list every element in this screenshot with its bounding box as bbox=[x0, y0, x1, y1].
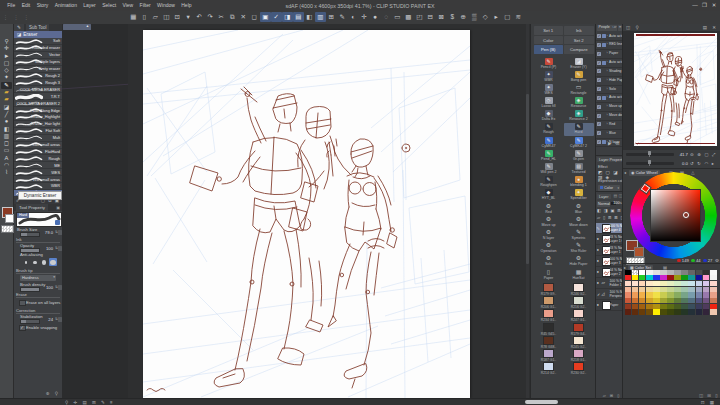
subtool-item[interactable]: COOL MEGA ERASER 2 bbox=[14, 100, 62, 107]
qa-item[interactable]: ⚙N layer bbox=[534, 228, 564, 241]
color-swatch[interactable] bbox=[681, 304, 688, 309]
background-color-swatch[interactable] bbox=[5, 214, 14, 223]
color-swatch[interactable] bbox=[646, 304, 653, 309]
navigator-thumbnail[interactable] bbox=[634, 33, 717, 146]
color-swatch[interactable] bbox=[710, 298, 717, 303]
auto-action-row[interactable]: ✓›Auto action 2 bbox=[596, 59, 623, 68]
navigator-menu-icons[interactable]: ▤ ✕ bbox=[703, 25, 718, 30]
command-icon-15[interactable]: ▤ bbox=[293, 12, 304, 22]
tab-color-wheel[interactable]: ◉ Color Wheel bbox=[629, 170, 660, 176]
layer-palette-tab-icons[interactable]: ▤ ◫ bbox=[614, 193, 623, 198]
command-icon-8[interactable]: ✂ bbox=[216, 12, 227, 22]
qa-item[interactable]: ✎Bong pen bbox=[564, 70, 594, 83]
color-swatch[interactable] bbox=[688, 281, 695, 286]
color-swatch[interactable] bbox=[639, 287, 646, 292]
color-swatch[interactable] bbox=[710, 281, 717, 286]
color-swatch[interactable] bbox=[625, 281, 632, 286]
qa-color-swatch[interactable]: R218 G1.. bbox=[564, 348, 594, 361]
color-swatch[interactable] bbox=[703, 275, 710, 280]
checkbox-checked-icon[interactable]: ✓ bbox=[597, 114, 601, 118]
layer-toolbar-row1[interactable]: ◧ ◨ ▣ ⊞ ✂ ◫ ◰ bbox=[597, 208, 622, 214]
layer-toolbar-row2[interactable]: ▱ ▯ ⊞ ⊠ ◫ ◻ ▢ bbox=[597, 215, 622, 221]
color-set-footer-icons[interactable]: ◫ ⊞ ▯ bbox=[699, 393, 719, 398]
color-swatch[interactable] bbox=[646, 309, 653, 314]
color-swatch[interactable] bbox=[710, 270, 717, 275]
command-icon-35[interactable]: ≋ bbox=[513, 12, 524, 22]
command-icon-14[interactable]: ◨ bbox=[282, 12, 293, 22]
status-right-icons[interactable]: ⊡ ▦ bbox=[701, 400, 716, 405]
color-swatch[interactable] bbox=[660, 298, 667, 303]
qa-color-swatch[interactable]: R246 G2.. bbox=[564, 282, 594, 295]
menu-edit[interactable]: Edit bbox=[18, 0, 33, 11]
color-swatch[interactable] bbox=[632, 281, 639, 286]
setting-value[interactable]: 24 bbox=[48, 317, 53, 322]
color-swatch[interactable] bbox=[625, 287, 632, 292]
color-swatch[interactable] bbox=[688, 309, 695, 314]
qa-item[interactable]: ◪Eraser (Y) bbox=[564, 57, 594, 70]
qa-item[interactable]: ◆Dulta Ex bbox=[534, 110, 564, 123]
color-swatch[interactable] bbox=[674, 309, 681, 314]
expression-color-dropdown[interactable]: Color bbox=[598, 185, 620, 191]
color-swatch[interactable] bbox=[646, 281, 653, 286]
expand-icon[interactable]: › bbox=[607, 131, 608, 135]
tool-operation-icon[interactable]: ► bbox=[1, 53, 12, 60]
status-left-icons[interactable]: ⚲ ✛ ▤ ⊞ ✎ ≡ bbox=[65, 400, 115, 405]
subtool-item[interactable]: Mult bbox=[14, 135, 62, 142]
maximize-button[interactable]: ❐ bbox=[700, 0, 708, 11]
color-swatch[interactable] bbox=[639, 304, 646, 309]
rotate-buttons[interactable]: ↺ ↻ ◠ ▸ bbox=[690, 161, 715, 166]
qa-color-swatch[interactable]: R234 G1.. bbox=[534, 308, 564, 321]
command-icon-3[interactable]: ◫ bbox=[161, 12, 172, 22]
command-icon-31[interactable]: ▒ bbox=[469, 12, 480, 22]
qa-color-swatch[interactable]: R245 G2.. bbox=[564, 335, 594, 348]
subtool-item[interactable]: Emty eraser bbox=[14, 66, 62, 73]
color-swatch[interactable] bbox=[632, 275, 639, 280]
color-swatch[interactable] bbox=[710, 304, 717, 309]
command-icon-21[interactable]: ✛ bbox=[359, 12, 370, 22]
layer-row[interactable]: ●33 % NormalLayer 1 Copy bbox=[596, 234, 623, 245]
command-icon-25[interactable]: ▩ bbox=[403, 12, 414, 22]
qa-item[interactable]: ✎CyMK47 bbox=[534, 136, 564, 149]
qa-item[interactable]: ✎CyMK47 2 bbox=[564, 136, 594, 149]
menu-window[interactable]: Window bbox=[154, 0, 178, 11]
color-swatch[interactable] bbox=[688, 275, 695, 280]
command-icon-16[interactable]: ◧ bbox=[304, 12, 315, 22]
color-swatch[interactable] bbox=[653, 287, 660, 292]
color-swatch[interactable] bbox=[632, 270, 639, 275]
auto-action-set-dropdown[interactable]: People bbox=[597, 25, 615, 31]
subtool-item[interactable]: Rough 3 bbox=[14, 79, 62, 86]
subtool-item[interactable]: WB small areas bbox=[14, 176, 62, 183]
color-swatch[interactable] bbox=[703, 309, 710, 314]
setting-button[interactable] bbox=[58, 285, 62, 290]
tool-correct-icon[interactable]: ⌇ bbox=[1, 169, 12, 176]
color-swatch[interactable] bbox=[696, 281, 703, 286]
qa-item[interactable]: ✎Roughpen bbox=[534, 176, 564, 189]
subtool-item[interactable]: Flat Soft bbox=[14, 128, 62, 135]
qa-item[interactable]: ✦WBR bbox=[534, 70, 564, 83]
checkbox-checked-icon[interactable]: ✓ bbox=[597, 105, 601, 109]
tool-gradient-icon[interactable]: ▥ bbox=[1, 133, 12, 140]
lock-icon[interactable]: ▣ bbox=[56, 205, 60, 210]
color-swatch[interactable] bbox=[674, 287, 681, 292]
tab-subtool[interactable]: Sub Tool bbox=[26, 24, 49, 31]
checkbox-checked-icon[interactable]: ✓ bbox=[597, 78, 601, 82]
command-icon-18[interactable]: ⊞ bbox=[326, 12, 337, 22]
qa-color-swatch[interactable]: R247 G1.. bbox=[564, 308, 594, 321]
color-swatch[interactable] bbox=[632, 287, 639, 292]
qa-item[interactable]: ✎Gr-pen bbox=[564, 149, 594, 162]
auto-action-row[interactable]: ✓›Move up bbox=[596, 103, 623, 112]
color-swatch[interactable] bbox=[703, 281, 710, 286]
color-swatch[interactable] bbox=[660, 309, 667, 314]
navigator-palette[interactable] bbox=[623, 31, 720, 150]
command-icon-33[interactable]: ▸ bbox=[491, 12, 502, 22]
menu-file[interactable]: File bbox=[4, 0, 18, 11]
color-swatch[interactable] bbox=[653, 281, 660, 286]
color-swatch[interactable] bbox=[653, 304, 660, 309]
tool-property-footer-icons[interactable]: ⊕ ⚲ bbox=[46, 391, 60, 396]
command-icon-29[interactable]: $ bbox=[447, 12, 458, 22]
setting-value[interactable]: 100 bbox=[46, 246, 53, 251]
tool-wand-icon[interactable]: ✦ bbox=[1, 74, 12, 81]
color-swatch[interactable] bbox=[688, 304, 695, 309]
subtool-item[interactable]: WES bbox=[14, 169, 62, 176]
color-swatch[interactable] bbox=[625, 309, 632, 314]
